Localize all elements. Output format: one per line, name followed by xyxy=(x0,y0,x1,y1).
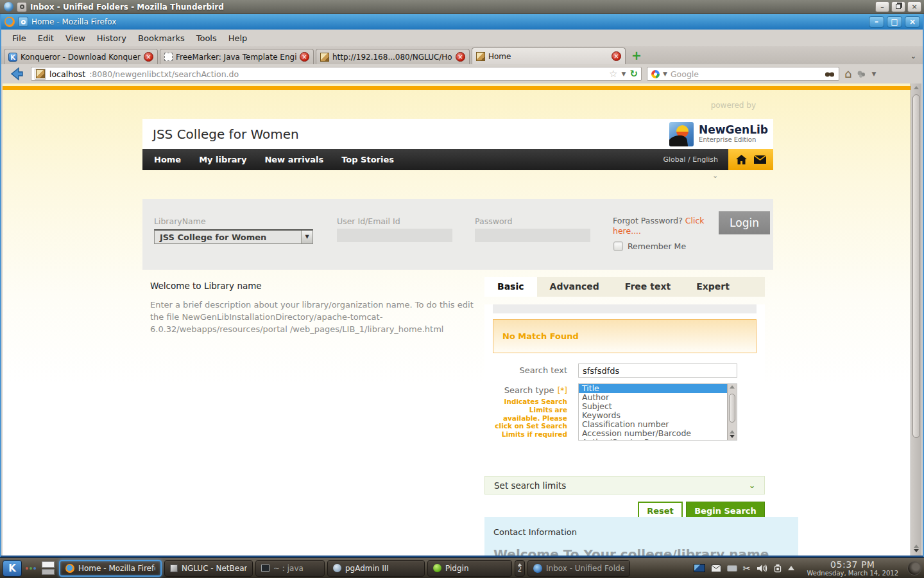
thunderbird-window-titlebar: Inbox - Unified Folders - Mozilla Thunde… xyxy=(0,0,924,14)
login-button[interactable]: Login xyxy=(719,211,770,234)
tab-close-icon[interactable]: × xyxy=(300,52,309,62)
volume-icon[interactable] xyxy=(757,564,767,573)
window-menu-button[interactable] xyxy=(17,2,27,12)
tab-close-icon[interactable]: × xyxy=(456,52,465,62)
menu-file[interactable]: File xyxy=(6,31,32,45)
window-menu-button[interactable] xyxy=(18,17,28,27)
task-firefox[interactable]: Home - Mozilla Firefox xyxy=(59,560,162,577)
set-search-limits-bar[interactable]: Set search limits ⌄ xyxy=(484,476,765,495)
search-engine-dropdown-icon[interactable]: ▼ xyxy=(663,71,667,77)
browser-scrollbar[interactable] xyxy=(911,83,921,556)
scroll-up-icon[interactable] xyxy=(914,86,919,89)
thunderbird-icon xyxy=(533,564,542,573)
list-item[interactable]: Author/Creator:Person xyxy=(579,438,737,441)
device-notifier-icon[interactable] xyxy=(773,564,782,573)
bookmark-star-icon[interactable]: ☆ xyxy=(609,68,617,80)
tab-close-icon[interactable]: × xyxy=(144,52,153,62)
scrollbar-thumb[interactable] xyxy=(729,394,735,423)
toolbar-overflow-icon[interactable]: ▼ xyxy=(871,71,876,77)
tab-home-active[interactable]: Home × xyxy=(472,48,626,64)
maximize-button[interactable]: □ xyxy=(887,16,902,28)
search-type-listbox[interactable]: Title Author Subject Keywords Classifica… xyxy=(578,383,737,441)
tab-freemarker[interactable]: FreeMarker: Java Template Engin... × xyxy=(160,49,314,64)
nav-top-stories[interactable]: Top Stories xyxy=(332,155,403,164)
reload-icon[interactable]: ↻ xyxy=(629,68,638,80)
list-item[interactable]: Accession number/Barcode xyxy=(579,429,737,438)
search-go-binoculars-icon[interactable] xyxy=(825,70,835,78)
close-button[interactable]: × xyxy=(907,1,921,12)
task-netbeans[interactable]: NGLUC - NetBeans IDE xyxy=(164,560,253,577)
minimize-button[interactable]: – xyxy=(875,1,889,12)
klipper-scissors-icon[interactable]: ✂ xyxy=(743,564,751,573)
tab-free-text[interactable]: Free text xyxy=(612,277,683,297)
plasma-cashew-icon[interactable] xyxy=(907,561,921,575)
tab-basic[interactable]: Basic xyxy=(484,277,537,297)
nav-new-arrivals[interactable]: New arrivals xyxy=(255,155,332,164)
list-all-tabs-icon[interactable]: ⌄ xyxy=(911,52,916,60)
list-item[interactable]: Author xyxy=(579,393,737,402)
keyboard-layout-icon[interactable] xyxy=(727,565,737,572)
web-search-box[interactable]: ▼ xyxy=(647,67,839,81)
locale-selector[interactable]: Global / English xyxy=(663,155,728,164)
web-search-input[interactable] xyxy=(671,69,821,79)
display-settings-icon[interactable] xyxy=(694,564,705,572)
tab-close-icon[interactable]: × xyxy=(612,51,621,61)
tab-konqueror[interactable]: K Konqueror - Download Konqueror × xyxy=(4,49,158,64)
close-button[interactable]: × xyxy=(905,16,920,28)
list-item[interactable]: Subject xyxy=(579,402,737,411)
back-arrow-icon xyxy=(9,66,24,82)
firefox-titlebar: Home - Mozilla Firefox – □ × xyxy=(1,14,923,30)
restore-button[interactable] xyxy=(891,1,905,12)
home-button-icon[interactable]: ⌂ xyxy=(844,68,851,80)
listbox-scrollbar[interactable] xyxy=(727,384,737,440)
task-java-terminal[interactable]: ~ : java xyxy=(255,560,325,577)
taskbar-group-badge[interactable]: 2 xyxy=(515,560,525,577)
url-dropdown-icon[interactable]: ▼ xyxy=(622,71,626,77)
menu-help[interactable]: Help xyxy=(223,31,253,45)
search-text-input[interactable] xyxy=(578,363,737,378)
scroll-down-icon[interactable] xyxy=(730,435,735,438)
scroll-up-icon[interactable] xyxy=(914,545,919,548)
scroll-up-icon[interactable] xyxy=(730,430,735,434)
remember-me-checkbox[interactable] xyxy=(613,241,623,251)
scroll-down-icon[interactable] xyxy=(914,549,919,552)
clock[interactable]: 05:37 PM Wednesday, March 14, 2012 xyxy=(807,559,898,577)
search-limits-note: Indicates Search Limits are available. P… xyxy=(492,398,567,439)
user-id-field[interactable] xyxy=(337,229,452,242)
menu-tools[interactable]: Tools xyxy=(191,31,223,45)
nav-dropdown-chevron-icon[interactable]: ⌄ xyxy=(712,171,718,180)
menu-bookmarks[interactable]: Bookmarks xyxy=(132,31,191,45)
select-dropdown-icon[interactable]: ▼ xyxy=(301,231,312,243)
tab-advanced[interactable]: Advanced xyxy=(537,277,612,297)
tab-expert[interactable]: Expert xyxy=(683,277,742,297)
k-menu-button[interactable]: K xyxy=(3,560,22,577)
extension-icon[interactable] xyxy=(857,70,866,78)
tray-expand-icon[interactable] xyxy=(788,566,794,570)
minimize-button[interactable]: – xyxy=(869,16,884,28)
new-tab-button[interactable]: + xyxy=(629,49,644,63)
menu-history[interactable]: History xyxy=(91,31,132,45)
nav-my-library[interactable]: My library xyxy=(190,155,255,164)
task-pidgin[interactable]: Pidgin xyxy=(427,560,512,577)
scrollbar-thumb[interactable] xyxy=(912,94,920,438)
password-field[interactable] xyxy=(475,229,590,242)
desktop-pager[interactable] xyxy=(42,561,55,575)
task-pgadmin[interactable]: pgAdmin III xyxy=(327,560,425,577)
library-select[interactable]: JSS College for Women ▼ xyxy=(154,229,313,244)
expand-chevron-icon[interactable]: ⌄ xyxy=(749,481,755,490)
home-icon[interactable] xyxy=(736,155,747,164)
menu-view[interactable]: View xyxy=(60,31,91,45)
address-bar[interactable]: localhost :8080/newgenlibctxt/searchActi… xyxy=(31,67,642,81)
list-item[interactable]: Classification number xyxy=(579,420,737,429)
nav-home[interactable]: Home xyxy=(142,155,190,164)
list-item[interactable]: Title xyxy=(579,384,737,393)
logo-title: NewGenLib xyxy=(699,125,768,136)
menu-edit[interactable]: Edit xyxy=(32,31,60,45)
mail-notifier-icon[interactable] xyxy=(711,565,721,572)
back-button[interactable] xyxy=(8,66,26,82)
scroll-up-icon[interactable] xyxy=(730,385,735,389)
tab-ngluc[interactable]: http://192.168...080/NGLUC/Home × xyxy=(316,49,470,64)
task-thunderbird-inbox[interactable]: Inbox - Unified Folders xyxy=(527,560,630,577)
list-item[interactable]: Keywords xyxy=(579,411,737,420)
mail-icon[interactable] xyxy=(754,155,766,164)
